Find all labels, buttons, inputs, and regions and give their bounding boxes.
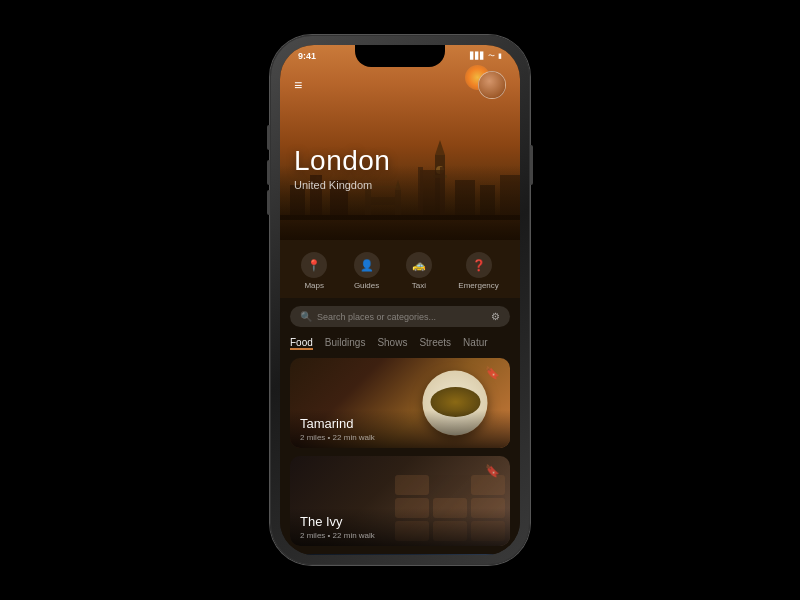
search-placeholder: Search places or categories...: [317, 312, 486, 322]
quick-actions: 📍 Maps 👤 Guides 🚕 Taxi ❓ Emergency: [280, 240, 520, 298]
card-sushi-bg: [290, 554, 510, 555]
action-emergency[interactable]: ❓ Emergency: [458, 252, 498, 290]
ivy-bookmark[interactable]: 🔖: [485, 464, 500, 478]
notch: [355, 45, 445, 67]
guides-icon: 👤: [354, 252, 380, 278]
signal-icon: ▋▋▋: [470, 52, 485, 60]
menu-button[interactable]: ≡: [294, 77, 302, 93]
tab-buildings[interactable]: Buildings: [325, 335, 366, 350]
phone-frame: 9:41 ▋▋▋ 〜 ▮: [270, 35, 530, 565]
table-6: [471, 475, 505, 495]
search-bar[interactable]: 🔍 Search places or categories... ⚙: [290, 306, 510, 327]
tamarind-meta: 2 miles • 22 min walk: [300, 433, 500, 442]
emergency-label: Emergency: [458, 281, 498, 290]
action-guides[interactable]: 👤 Guides: [354, 252, 380, 290]
phone-screen: 9:41 ▋▋▋ 〜 ▮: [280, 45, 520, 555]
status-time: 9:41: [294, 51, 316, 61]
taxi-label: Taxi: [412, 281, 426, 290]
tab-shows[interactable]: Shows: [377, 335, 407, 350]
card-sushi-tetsu[interactable]: Sushi Tetsu 3 miles • 30 min walk 🔖: [290, 554, 510, 555]
tamarind-info: Tamarind 2 miles • 22 min walk: [290, 410, 510, 448]
search-icon: 🔍: [300, 311, 312, 322]
ivy-distance: 2 miles: [300, 531, 325, 540]
tamarind-bookmark[interactable]: 🔖: [485, 366, 500, 380]
table-1: [395, 475, 429, 495]
ivy-info: The Ivy 2 miles • 22 min walk: [290, 508, 510, 546]
maps-label: Maps: [304, 281, 324, 290]
avatar-image: [479, 72, 505, 98]
city-name: London: [294, 145, 390, 177]
card-tamarind[interactable]: Tamarind 2 miles • 22 min walk 🔖: [290, 358, 510, 448]
header-controls: ≡: [280, 71, 520, 99]
tamarind-distance: 2 miles: [300, 433, 325, 442]
maps-icon: 📍: [301, 252, 327, 278]
city-info: London United Kingdom: [294, 145, 390, 191]
content-area[interactable]: 📍 Maps 👤 Guides 🚕 Taxi ❓ Emergency: [280, 240, 520, 555]
ivy-walk: 22 min walk: [333, 531, 375, 540]
ivy-name: The Ivy: [300, 514, 500, 529]
city-country: United Kingdom: [294, 179, 390, 191]
action-maps[interactable]: 📍 Maps: [301, 252, 327, 290]
action-taxi[interactable]: 🚕 Taxi: [406, 252, 432, 290]
tamarind-name: Tamarind: [300, 416, 500, 431]
svg-marker-5: [435, 140, 445, 155]
taxi-icon: 🚕: [406, 252, 432, 278]
emergency-icon: ❓: [466, 252, 492, 278]
ivy-meta: 2 miles • 22 min walk: [300, 531, 500, 540]
tab-nature[interactable]: Natur: [463, 335, 487, 350]
guides-label: Guides: [354, 281, 379, 290]
tab-food[interactable]: Food: [290, 335, 313, 350]
category-tabs: Food Buildings Shows Streets Natur: [280, 335, 520, 350]
tamarind-walk: 22 min walk: [333, 433, 375, 442]
card-the-ivy[interactable]: The Ivy 2 miles • 22 min walk 🔖: [290, 456, 510, 546]
filter-icon[interactable]: ⚙: [491, 311, 500, 322]
tab-streets[interactable]: Streets: [419, 335, 451, 350]
status-icons: ▋▋▋ 〜 ▮: [470, 51, 506, 61]
wifi-icon: 〜: [488, 51, 495, 61]
avatar[interactable]: [478, 71, 506, 99]
battery-icon: ▮: [498, 52, 502, 60]
